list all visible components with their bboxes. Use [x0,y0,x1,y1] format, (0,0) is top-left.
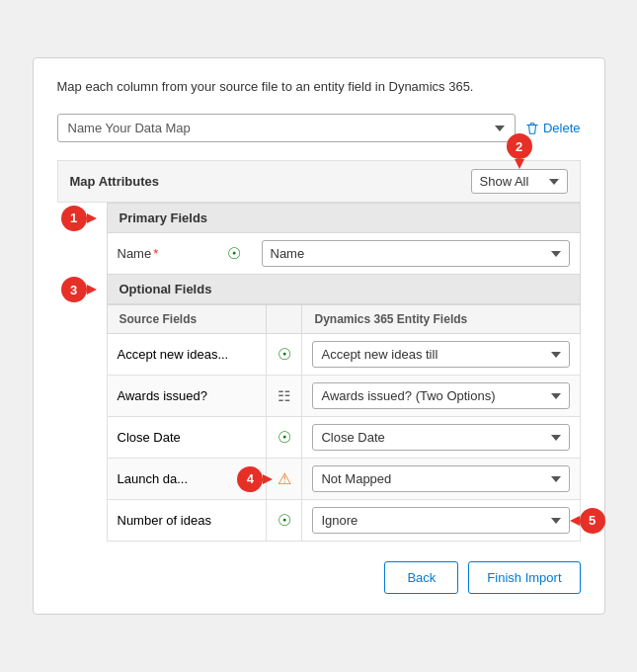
primary-fields-header-wrapper: 1 Primary Fields [107,203,581,233]
annotation-2-wrapper: 2 [507,133,532,169]
annotation-4-arrow [263,474,273,484]
dynamics-field-cell: Accept new ideas till Not Mapped Ignore [302,334,580,376]
table-row: Accept new ideas... ☉ Accept new ideas t… [107,334,580,376]
table-row: Number of ideas ☉ Ignore Not Mapped Clos… [107,500,580,542]
map-attributes-row: Map Attributes 2 Show All Mapped Unmappe… [57,160,581,203]
icon-cell: ☷ [267,376,302,417]
annotation-2-circle: 2 [507,133,532,159]
optional-fields-header: Optional Fields [107,275,581,304]
primary-fields-header: Primary Fields [107,203,581,233]
icon-cell: 4 ⚠ [267,459,302,500]
annotation-5-circle: 5 [580,508,605,534]
source-field-cell: Number of ideas [107,500,267,542]
data-map-select[interactable]: Name Your Data Map [57,114,516,142]
field-select[interactable]: Accept new ideas till Not Mapped Ignore [312,341,569,368]
annotation-5-container: Ignore Not Mapped Close Date 5 [312,507,569,534]
name-field-select[interactable]: Name [262,240,570,267]
icon-cell: ☉ [267,417,302,459]
dynamics-fields-col-header: Dynamics 365 Entity Fields [302,305,580,334]
icon-cell: ☉ [267,334,302,376]
back-button[interactable]: Back [384,561,458,594]
annotation-3-arrow [87,285,97,294]
name-field-row: Name* ☉ Name [107,233,581,275]
annotation-5-wrapper: 5 [570,508,605,534]
field-select[interactable]: Awards issued? (Two Options) Not Mapped … [312,382,569,409]
field-select[interactable]: Not Mapped Close Date Ignore [312,465,569,492]
annotation-1-wrapper: 1 [61,206,97,231]
annotation-1-arrow [87,213,97,223]
check-icon: ☉ [278,346,291,363]
annotation-2-arrow [515,159,524,169]
annotation-4-wrapper: 4 [237,466,273,492]
annotation-3-circle: 3 [61,277,87,302]
name-field-label: Name* [118,246,206,261]
icon-cell: ☉ [267,500,302,542]
data-map-row: Name Your Data Map Delete [57,114,581,142]
table-row: Awards issued? ☷ Awards issued? (Two Opt… [107,376,580,417]
optional-fields-header-wrapper: 3 Optional Fields [107,275,581,304]
field-select[interactable]: Close Date Not Mapped Ignore [312,424,569,451]
source-field-cell: Awards issued? [107,376,267,417]
annotation-4-circle: 4 [237,466,263,492]
warning-icon: ⚠ [278,470,291,487]
header-description: Map each column from your source file to… [57,78,581,96]
annotation-3-wrapper: 3 [61,277,97,302]
show-all-select[interactable]: Show All Mapped Unmapped [471,169,568,194]
table-row: Launch da... 4 ⚠ Not Mapped Close Date I… [107,459,580,500]
dynamics-field-cell: Ignore Not Mapped Close Date 5 [302,500,580,542]
finish-import-button[interactable]: Finish Import [468,561,580,594]
dynamics-field-cell: Not Mapped Close Date Ignore [302,459,580,500]
annotation-1-circle: 1 [61,206,87,231]
delete-button[interactable]: Delete [525,121,581,135]
annotation-5-arrow [570,516,580,526]
optional-fields-table: Source Fields Dynamics 365 Entity Fields… [107,304,581,542]
table-row: Close Date ☉ Close Date Not Mapped Ignor… [107,417,580,459]
name-field-icon-cell: ☉ [216,244,252,263]
footer-buttons: Back Finish Import [57,561,581,594]
dynamics-field-cell: Close Date Not Mapped Ignore [302,417,580,459]
document-icon: ☷ [278,387,290,404]
check-icon: ☉ [278,429,291,446]
map-attributes-label: Map Attributes [70,174,160,189]
check-icon: ☉ [227,245,241,262]
primary-fields-label: Primary Fields [119,210,208,225]
required-star: * [153,246,158,261]
icon-col-header [267,305,302,334]
delete-label: Delete [543,121,581,135]
source-field-cell: Accept new ideas... [107,334,267,376]
optional-fields-label: Optional Fields [119,282,212,296]
check-icon: ☉ [278,512,291,529]
source-field-cell: Close Date [107,417,267,459]
ignore-field-select[interactable]: Ignore Not Mapped Close Date [312,507,569,534]
dynamics-field-cell: Awards issued? (Two Options) Not Mapped … [302,376,580,417]
source-fields-col-header: Source Fields [107,305,267,334]
